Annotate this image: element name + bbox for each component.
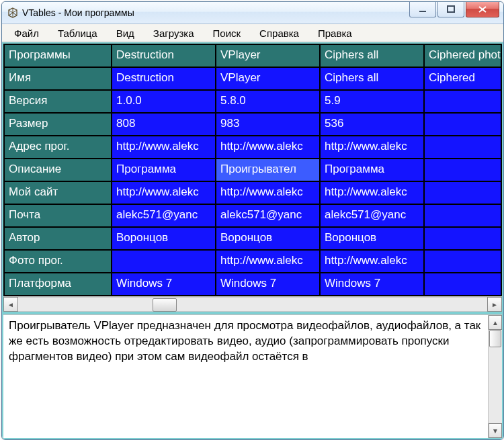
col-header[interactable]: VPlayer bbox=[216, 44, 320, 67]
client-area: Программы Destruction VPlayer Ciphers al… bbox=[2, 42, 503, 439]
data-cell-selected[interactable]: Проигрывател bbox=[216, 159, 320, 181]
row-header[interactable]: Описание bbox=[4, 159, 112, 181]
scroll-thumb[interactable] bbox=[489, 330, 501, 347]
maximize-button[interactable] bbox=[437, 2, 464, 17]
scroll-right-button[interactable]: ► bbox=[487, 297, 502, 312]
data-cell[interactable]: http://www.alekc bbox=[216, 250, 320, 273]
data-cell[interactable] bbox=[424, 204, 501, 227]
data-cell[interactable]: http://www.alekc bbox=[320, 250, 424, 273]
col-header[interactable]: Ciphered photos bbox=[424, 44, 501, 67]
data-cell[interactable]: http://www.alekc bbox=[112, 136, 216, 159]
table-row: Имя Destruction VPlayer Ciphers all Ciph… bbox=[4, 67, 501, 90]
data-cell[interactable] bbox=[424, 159, 501, 181]
data-cell[interactable]: 536 bbox=[320, 113, 424, 136]
row-header[interactable]: Платформа bbox=[4, 273, 112, 296]
data-cell[interactable]: Windows 7 bbox=[112, 273, 216, 296]
data-cell[interactable]: Windows 7 bbox=[320, 273, 424, 296]
data-cell[interactable] bbox=[424, 181, 501, 204]
data-cell[interactable]: Destruction bbox=[112, 67, 216, 90]
svg-rect-4 bbox=[419, 11, 426, 12]
table-row: Адрес прог. http://www.alekc http://www.… bbox=[4, 136, 501, 159]
data-cell[interactable]: alekc571@yanc bbox=[216, 204, 320, 227]
app-icon bbox=[7, 7, 18, 18]
row-header[interactable]: Имя bbox=[4, 67, 112, 90]
vertical-scrollbar[interactable]: ▲ ▼ bbox=[488, 315, 502, 438]
data-cell[interactable]: Воронцов bbox=[320, 227, 424, 250]
table-row: Почта alekc571@yanc alekc571@yanc alekc5… bbox=[4, 204, 501, 227]
data-cell[interactable]: Воронцов bbox=[216, 227, 320, 250]
data-cell[interactable] bbox=[424, 273, 501, 296]
menu-search[interactable]: Поиск bbox=[204, 26, 251, 40]
row-header[interactable]: Автор bbox=[4, 227, 112, 250]
table-row: Фото прог. http://www.alekc http://www.a… bbox=[4, 250, 501, 273]
menu-table[interactable]: Таблица bbox=[48, 26, 107, 40]
window-buttons bbox=[408, 2, 503, 24]
data-cell[interactable] bbox=[424, 90, 501, 113]
data-cell[interactable]: http://www.alekc bbox=[112, 181, 216, 204]
data-cell[interactable]: Программа bbox=[320, 159, 424, 181]
data-cell[interactable]: Воронцов bbox=[112, 227, 216, 250]
data-cell[interactable] bbox=[112, 250, 216, 273]
data-cell[interactable]: Ciphers all bbox=[320, 67, 424, 90]
menu-help[interactable]: Справка bbox=[250, 26, 308, 40]
data-cell[interactable]: alekc571@yanc bbox=[112, 204, 216, 227]
description-panel: Проигрыватель VPlayer предназначен для п… bbox=[3, 314, 502, 438]
data-cell[interactable]: http://www.alekc bbox=[320, 181, 424, 204]
window-title: VTables - Мои программы bbox=[22, 7, 134, 18]
data-cell[interactable] bbox=[424, 136, 501, 159]
menu-bar: Файл Таблица Вид Загрузка Поиск Справка … bbox=[2, 24, 503, 42]
data-cell[interactable]: VPlayer bbox=[216, 67, 320, 90]
svg-rect-5 bbox=[448, 6, 454, 12]
row-header[interactable]: Почта bbox=[4, 204, 112, 227]
data-cell[interactable]: Windows 7 bbox=[216, 273, 320, 296]
data-cell[interactable]: 983 bbox=[216, 113, 320, 136]
data-cell[interactable]: Программа bbox=[112, 159, 216, 181]
table-row: Мой сайт http://www.alekc http://www.ale… bbox=[4, 181, 501, 204]
table-row: Версия 1.0.0 5.8.0 5.9 bbox=[4, 90, 501, 113]
scroll-left-button[interactable]: ◄ bbox=[3, 297, 18, 312]
row-header[interactable]: Фото прог. bbox=[4, 250, 112, 273]
data-cell[interactable]: 5.9 bbox=[320, 90, 424, 113]
menu-view[interactable]: Вид bbox=[107, 26, 144, 40]
col-header[interactable]: Destruction bbox=[112, 44, 216, 67]
row-header[interactable]: Адрес прог. bbox=[4, 136, 112, 159]
data-cell[interactable] bbox=[424, 227, 501, 250]
menu-edit[interactable]: Правка bbox=[308, 26, 362, 40]
title-bar: VTables - Мои программы bbox=[2, 2, 503, 24]
scroll-down-button[interactable]: ▼ bbox=[489, 423, 502, 438]
horizontal-scrollbar[interactable]: ◄ ► bbox=[3, 296, 502, 312]
scroll-track[interactable] bbox=[489, 330, 502, 423]
data-cell[interactable]: http://www.alekc bbox=[216, 181, 320, 204]
menu-file[interactable]: Файл bbox=[5, 26, 48, 40]
data-cell[interactable]: http://www.alekc bbox=[320, 136, 424, 159]
description-text[interactable]: Проигрыватель VPlayer предназначен для п… bbox=[3, 315, 488, 438]
data-grid[interactable]: Программы Destruction VPlayer Ciphers al… bbox=[3, 44, 502, 296]
scroll-up-button[interactable]: ▲ bbox=[489, 315, 502, 330]
row-header[interactable]: Размер bbox=[4, 113, 112, 136]
app-window: VTables - Мои программы Файл Таблица Вид… bbox=[1, 1, 504, 440]
data-cell[interactable]: 1.0.0 bbox=[112, 90, 216, 113]
data-cell[interactable] bbox=[424, 250, 501, 273]
col-header[interactable]: Ciphers all bbox=[320, 44, 424, 67]
minimize-button[interactable] bbox=[409, 2, 436, 17]
data-cell[interactable]: alekc571@yanc bbox=[320, 204, 424, 227]
scroll-thumb[interactable] bbox=[153, 298, 177, 312]
data-cell[interactable]: 5.8.0 bbox=[216, 90, 320, 113]
data-cell[interactable]: http://www.alekc bbox=[216, 136, 320, 159]
table-row: Платформа Windows 7 Windows 7 Windows 7 bbox=[4, 273, 501, 296]
scroll-track[interactable] bbox=[18, 297, 487, 312]
header-row: Программы Destruction VPlayer Ciphers al… bbox=[4, 44, 501, 67]
close-button[interactable] bbox=[466, 2, 499, 17]
corner-cell[interactable]: Программы bbox=[4, 44, 112, 67]
table-row: Автор Воронцов Воронцов Воронцов bbox=[4, 227, 501, 250]
menu-load[interactable]: Загрузка bbox=[144, 26, 204, 40]
table-row: Размер 808 983 536 bbox=[4, 113, 501, 136]
data-cell[interactable]: Ciphered bbox=[424, 67, 501, 90]
data-cell[interactable] bbox=[424, 113, 501, 136]
row-header[interactable]: Версия bbox=[4, 90, 112, 113]
data-cell[interactable]: 808 bbox=[112, 113, 216, 136]
row-header[interactable]: Мой сайт bbox=[4, 181, 112, 204]
table-row: Описание Программа Проигрывател Программ… bbox=[4, 159, 501, 181]
